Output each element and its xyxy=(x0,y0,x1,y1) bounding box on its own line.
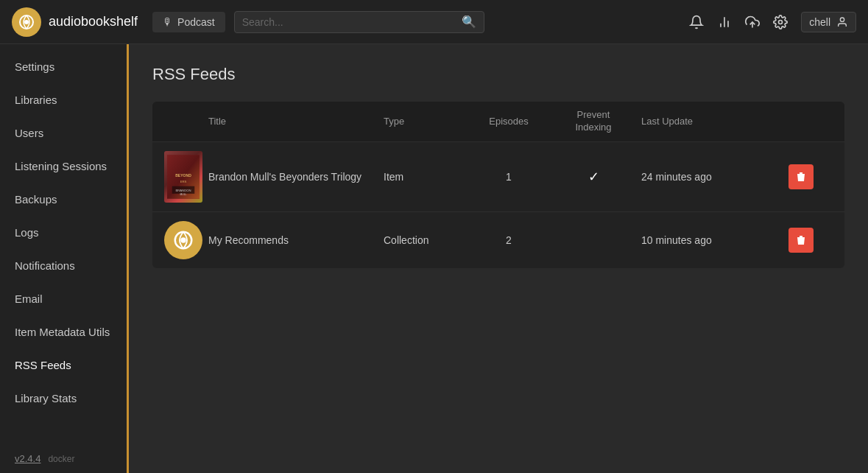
row1-last-update: 24 minutes ago xyxy=(641,171,788,183)
table-row: My Recommends Collection 2 10 minutes ag… xyxy=(152,211,844,268)
svg-point-7 xyxy=(840,18,844,21)
row2-last-update: 10 minutes ago xyxy=(641,234,788,246)
row1-delete-button[interactable] xyxy=(788,164,814,189)
stats-button[interactable] xyxy=(717,15,732,29)
svg-point-17 xyxy=(180,237,186,243)
row2-thumbnail xyxy=(164,221,208,259)
col-type: Type xyxy=(384,116,472,127)
col-episodes: Episodes xyxy=(472,116,546,127)
sidebar-item-library-stats[interactable]: Library Stats xyxy=(0,382,127,415)
sidebar-item-item-metadata-utils[interactable]: Item Metadata Utils xyxy=(0,315,127,348)
upload-button[interactable] xyxy=(745,15,760,29)
row1-thumbnail: BEYOND ERS BRANDON MULL xyxy=(164,151,208,203)
sidebar-item-logs[interactable]: Logs xyxy=(0,216,127,249)
svg-text:MULL: MULL xyxy=(180,192,186,195)
sidebar-item-email[interactable]: Email xyxy=(0,282,127,315)
logo-area: audiobookshelf xyxy=(12,7,138,37)
row2-episodes: 2 xyxy=(472,234,546,246)
user-menu-button[interactable]: chell xyxy=(801,12,856,32)
table-header: Title Type Episodes PreventIndexing Last… xyxy=(152,102,844,141)
row2-title: My Recommends xyxy=(208,234,384,246)
search-bar: 🔍 xyxy=(234,11,484,33)
row2-delete-button[interactable] xyxy=(788,228,814,253)
sidebar-item-rss-feeds[interactable]: RSS Feeds xyxy=(0,348,127,382)
sidebar-item-listening-sessions[interactable]: Listening Sessions xyxy=(0,150,127,183)
row1-prevent-indexing: ✓ xyxy=(546,169,641,185)
svg-point-1 xyxy=(24,20,29,24)
sidebar: Settings Libraries Users Listening Sessi… xyxy=(0,44,129,473)
sidebar-item-settings[interactable]: Settings xyxy=(0,50,127,83)
row2-actions xyxy=(788,228,833,253)
col-prevent-indexing: PreventIndexing xyxy=(546,109,641,134)
sidebar-item-users[interactable]: Users xyxy=(0,116,127,150)
sidebar-item-notifications[interactable]: Notifications xyxy=(0,249,127,282)
row2-type: Collection xyxy=(384,234,472,246)
layout: Settings Libraries Users Listening Sessi… xyxy=(0,44,868,473)
row1-actions xyxy=(788,164,833,189)
collection-icon xyxy=(164,221,202,259)
col-title: Title xyxy=(208,116,384,127)
header: audiobookshelf 🎙 Podcast 🔍 xyxy=(0,0,868,44)
row1-episodes: 1 xyxy=(472,171,546,183)
col-last-update: Last Update xyxy=(641,116,788,127)
main-content: RSS Feeds Title Type Episodes PreventInd… xyxy=(129,44,868,473)
deployment-label: docker xyxy=(48,454,74,464)
microphone-icon: 🎙 xyxy=(163,16,173,28)
settings-gear-button[interactable] xyxy=(773,15,788,29)
sidebar-item-backups[interactable]: Backups xyxy=(0,183,127,216)
sidebar-item-libraries[interactable]: Libraries xyxy=(0,83,127,116)
search-input[interactable] xyxy=(242,12,456,32)
book-cover-image: BEYOND ERS BRANDON MULL xyxy=(164,151,202,203)
sidebar-bottom: v2.4.4 docker xyxy=(0,444,127,473)
podcast-button[interactable]: 🎙 Podcast xyxy=(152,12,225,32)
svg-text:ERS: ERS xyxy=(180,180,187,183)
app-logo xyxy=(12,7,41,37)
page-title: RSS Feeds xyxy=(152,65,844,84)
app-title: audiobookshelf xyxy=(49,14,138,29)
svg-point-6 xyxy=(779,20,783,24)
search-icon: 🔍 xyxy=(462,15,476,29)
table-row: BEYOND ERS BRANDON MULL Brandon Mull's B… xyxy=(152,141,844,211)
svg-text:BRANDON: BRANDON xyxy=(175,189,191,192)
version-link[interactable]: v2.4.4 xyxy=(15,453,40,464)
row1-type: Item xyxy=(384,171,472,183)
svg-text:BEYOND: BEYOND xyxy=(175,173,191,178)
checkmark-icon: ✓ xyxy=(588,169,599,184)
rss-feeds-table: Title Type Episodes PreventIndexing Last… xyxy=(152,102,844,268)
username-label: chell xyxy=(809,16,830,28)
row1-title: Brandon Mull's Beyonders Trilogy xyxy=(208,171,384,183)
header-icons: chell xyxy=(689,12,856,32)
notifications-bell-button[interactable] xyxy=(689,15,704,29)
